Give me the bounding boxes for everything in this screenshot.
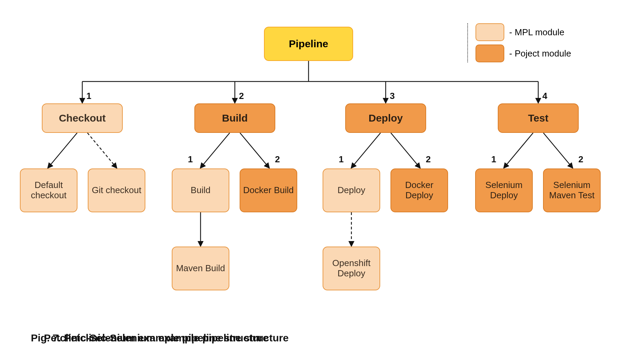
stage-order-2: 2 — [239, 91, 244, 101]
figure-caption-b: Petclinic-Selenium example pipeline stru… — [44, 332, 268, 344]
test-child-order-2: 2 — [578, 154, 583, 165]
svg-line-12 — [391, 133, 420, 168]
build-child-order-1: 1 — [188, 154, 193, 165]
svg-line-7 — [87, 133, 117, 168]
legend-divider — [467, 23, 468, 62]
pipeline-diagram: Pipeline 1 2 3 4 Checkout Build Deploy T… — [0, 0, 626, 364]
legend-swatch-project — [475, 45, 504, 62]
svg-line-9 — [240, 133, 269, 168]
legend: - MPL module - Poject module — [467, 23, 571, 62]
stage-order-3: 3 — [390, 91, 395, 101]
node-build: Build — [172, 168, 229, 212]
stage-order-4: 4 — [542, 91, 547, 101]
legend-label-project: - Poject module — [509, 45, 571, 62]
node-git-checkout: Git checkout — [88, 168, 145, 212]
svg-line-6 — [48, 133, 77, 168]
stage-checkout: Checkout — [42, 103, 123, 133]
stage-build: Build — [194, 103, 275, 133]
stage-deploy: Deploy — [345, 103, 426, 133]
deploy-child-order-1: 1 — [339, 154, 344, 165]
test-child-order-1: 1 — [491, 154, 496, 165]
deploy-child-order-2: 2 — [426, 154, 431, 165]
build-child-order-2: 2 — [275, 154, 280, 165]
stage-order-1: 1 — [86, 91, 91, 101]
node-docker-build: Docker Build — [240, 168, 297, 212]
legend-swatch-mpl — [475, 23, 504, 41]
node-docker-deploy: Docker Deploy — [390, 168, 448, 212]
node-selenium-deploy: Selenium Deploy — [475, 168, 533, 212]
svg-line-15 — [543, 133, 573, 168]
svg-line-14 — [504, 133, 533, 168]
node-openshift-deploy: Openshift Deploy — [323, 247, 380, 290]
svg-line-8 — [201, 133, 230, 168]
svg-line-11 — [351, 133, 381, 168]
node-maven-build: Maven Build — [172, 247, 229, 290]
pipeline-root: Pipeline — [264, 27, 353, 61]
stage-test: Test — [498, 103, 579, 133]
node-default-checkout: Default checkout — [20, 168, 77, 212]
node-deploy: Deploy — [323, 168, 380, 212]
legend-label-mpl: - MPL module — [509, 23, 571, 41]
node-selenium-maven-test: Selenium Maven Test — [543, 168, 601, 212]
